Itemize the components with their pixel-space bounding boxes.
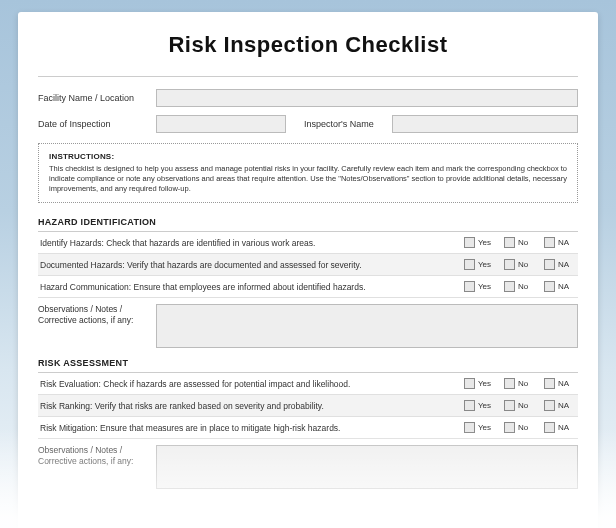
option-yes[interactable]: Yes [464, 422, 498, 433]
checkbox-icon [544, 378, 555, 389]
checkbox-icon [544, 422, 555, 433]
checkbox-icon [504, 281, 515, 292]
checkbox-icon [544, 400, 555, 411]
notes-label: Observations / Notes / Corrective action… [38, 304, 148, 348]
facility-input[interactable] [156, 89, 578, 107]
option-na[interactable]: NA [544, 400, 578, 411]
page-title: Risk Inspection Checklist [38, 32, 578, 58]
option-no[interactable]: No [504, 422, 538, 433]
check-text: Risk Ranking: Verify that risks are rank… [38, 401, 458, 411]
checkbox-icon [544, 281, 555, 292]
instructions-heading: INSTRUCTIONS: [49, 152, 567, 161]
option-yes[interactable]: Yes [464, 281, 498, 292]
checkbox-icon [464, 259, 475, 270]
section-header: HAZARD IDENTIFICATION [38, 217, 578, 232]
check-text: Risk Mitigation: Ensure that measures ar… [38, 423, 458, 433]
date-label: Date of Inspection [38, 119, 148, 129]
check-row: Risk Mitigation: Ensure that measures ar… [38, 417, 578, 439]
notes-textarea[interactable] [156, 445, 578, 489]
check-text: Hazard Communication: Ensure that employ… [38, 282, 458, 292]
checkbox-icon [464, 422, 475, 433]
option-na[interactable]: NA [544, 378, 578, 389]
option-na[interactable]: NA [544, 259, 578, 270]
checkbox-icon [504, 400, 515, 411]
checkbox-icon [464, 378, 475, 389]
checkbox-icon [464, 281, 475, 292]
option-yes[interactable]: Yes [464, 378, 498, 389]
option-no[interactable]: No [504, 281, 538, 292]
document-page: Risk Inspection Checklist Facility Name … [18, 12, 598, 528]
option-no[interactable]: No [504, 237, 538, 248]
check-text: Documented Hazards: Verify that hazards … [38, 260, 458, 270]
option-no[interactable]: No [504, 378, 538, 389]
title-divider [38, 76, 578, 77]
notes-row: Observations / Notes / Corrective action… [38, 304, 578, 348]
instructions-body: This checklist is designed to help you a… [49, 164, 567, 194]
option-na[interactable]: NA [544, 281, 578, 292]
date-input[interactable] [156, 115, 286, 133]
checkbox-icon [504, 237, 515, 248]
option-yes[interactable]: Yes [464, 400, 498, 411]
checkbox-icon [504, 259, 515, 270]
option-na[interactable]: NA [544, 422, 578, 433]
check-text: Identify Hazards: Check that hazards are… [38, 238, 458, 248]
section-header: RISK ASSESSMENT [38, 358, 578, 373]
checkbox-icon [464, 237, 475, 248]
facility-row: Facility Name / Location [38, 89, 578, 107]
option-na[interactable]: NA [544, 237, 578, 248]
option-yes[interactable]: Yes [464, 259, 498, 270]
instructions-box: INSTRUCTIONS: This checklist is designed… [38, 143, 578, 203]
option-yes[interactable]: Yes [464, 237, 498, 248]
option-no[interactable]: No [504, 400, 538, 411]
checkbox-icon [504, 378, 515, 389]
check-row: Documented Hazards: Verify that hazards … [38, 254, 578, 276]
checkbox-icon [504, 422, 515, 433]
notes-textarea[interactable] [156, 304, 578, 348]
checkbox-icon [464, 400, 475, 411]
checkbox-icon [544, 237, 555, 248]
notes-label: Observations / Notes / Corrective action… [38, 445, 148, 489]
check-row: Hazard Communication: Ensure that employ… [38, 276, 578, 298]
facility-label: Facility Name / Location [38, 93, 148, 103]
check-row: Risk Ranking: Verify that risks are rank… [38, 395, 578, 417]
checkbox-icon [544, 259, 555, 270]
check-text: Risk Evaluation: Check if hazards are as… [38, 379, 458, 389]
inspector-label: Inspector's Name [294, 119, 384, 129]
inspector-input[interactable] [392, 115, 578, 133]
check-row: Identify Hazards: Check that hazards are… [38, 232, 578, 254]
check-row: Risk Evaluation: Check if hazards are as… [38, 373, 578, 395]
option-no[interactable]: No [504, 259, 538, 270]
date-inspector-row: Date of Inspection Inspector's Name [38, 115, 578, 133]
notes-row: Observations / Notes / Corrective action… [38, 445, 578, 489]
